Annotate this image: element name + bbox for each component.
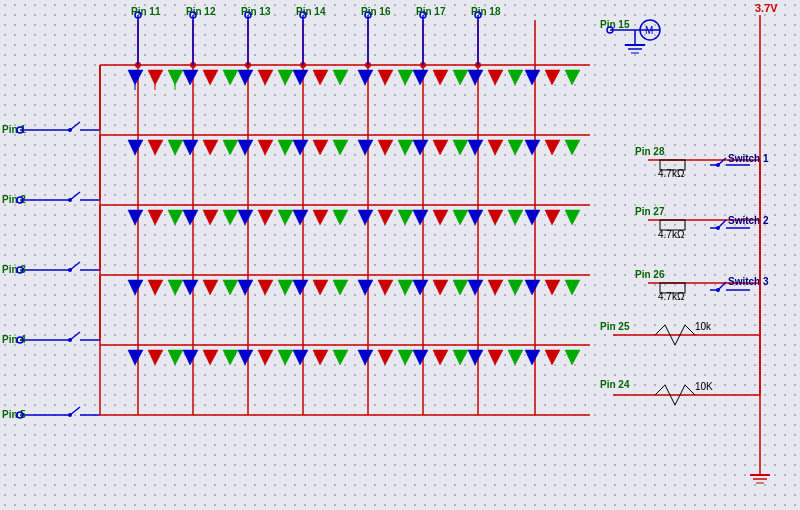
pin26-label: Pin 26 <box>635 269 665 280</box>
svg-marker-78 <box>358 140 373 155</box>
pin24-label: Pin 24 <box>600 379 630 390</box>
svg-marker-89 <box>565 140 580 155</box>
svg-marker-134 <box>508 280 523 295</box>
resistor5-label: 10K <box>695 381 713 392</box>
svg-marker-125 <box>333 280 348 295</box>
svg-marker-99 <box>293 210 308 225</box>
svg-marker-51 <box>293 70 308 85</box>
svg-marker-151 <box>378 350 393 365</box>
svg-marker-101 <box>333 210 348 225</box>
pin27-label: Pin 27 <box>635 206 665 217</box>
svg-marker-136 <box>545 280 560 295</box>
svg-marker-149 <box>333 350 348 365</box>
svg-marker-159 <box>525 350 540 365</box>
svg-marker-102 <box>358 210 373 225</box>
svg-marker-107 <box>453 210 468 225</box>
svg-marker-105 <box>413 210 428 225</box>
svg-marker-126 <box>358 280 373 295</box>
svg-marker-68 <box>168 140 183 155</box>
svg-marker-43 <box>168 70 183 85</box>
svg-marker-82 <box>433 140 448 155</box>
svg-marker-141 <box>183 350 198 365</box>
svg-marker-53 <box>333 70 348 85</box>
svg-marker-133 <box>488 280 503 295</box>
svg-marker-108 <box>468 210 483 225</box>
svg-marker-147 <box>293 350 308 365</box>
voltage-label: 3.7V <box>755 2 778 14</box>
svg-marker-70 <box>203 140 218 155</box>
svg-marker-95 <box>223 210 238 225</box>
svg-marker-73 <box>258 140 273 155</box>
svg-marker-83 <box>453 140 468 155</box>
svg-marker-94 <box>203 210 218 225</box>
svg-marker-96 <box>238 210 253 225</box>
svg-marker-138 <box>128 350 143 365</box>
svg-marker-56 <box>398 70 413 85</box>
svg-marker-45 <box>183 70 198 85</box>
svg-marker-153 <box>413 350 428 365</box>
svg-marker-155 <box>453 350 468 365</box>
svg-point-32 <box>68 338 72 342</box>
svg-marker-71 <box>223 140 238 155</box>
svg-marker-114 <box>128 280 143 295</box>
svg-marker-132 <box>468 280 483 295</box>
svg-marker-113 <box>565 210 580 225</box>
svg-marker-81 <box>413 140 428 155</box>
svg-marker-145 <box>258 350 273 365</box>
svg-marker-119 <box>223 280 238 295</box>
svg-marker-148 <box>313 350 328 365</box>
svg-marker-50 <box>278 70 293 85</box>
svg-marker-122 <box>278 280 293 295</box>
svg-marker-130 <box>433 280 448 295</box>
svg-marker-115 <box>148 280 163 295</box>
svg-marker-157 <box>488 350 503 365</box>
svg-marker-76 <box>313 140 328 155</box>
svg-marker-52 <box>313 70 328 85</box>
svg-marker-144 <box>238 350 253 365</box>
svg-line-194 <box>655 385 665 395</box>
svg-marker-142 <box>203 350 218 365</box>
svg-marker-74 <box>278 140 293 155</box>
svg-marker-150 <box>358 350 373 365</box>
svg-point-181 <box>716 226 720 230</box>
svg-marker-90 <box>128 210 143 225</box>
switch2-label: Switch 2 <box>728 215 769 226</box>
svg-marker-146 <box>278 350 293 365</box>
svg-point-187 <box>716 288 720 292</box>
svg-marker-106 <box>433 210 448 225</box>
svg-marker-67 <box>148 140 163 155</box>
svg-marker-112 <box>545 210 560 225</box>
svg-marker-61 <box>488 70 503 85</box>
svg-marker-85 <box>488 140 503 155</box>
svg-marker-154 <box>433 350 448 365</box>
svg-marker-128 <box>398 280 413 295</box>
svg-marker-54 <box>358 70 373 85</box>
resistor1-label: 4.7kΩ <box>658 168 685 179</box>
svg-marker-57 <box>413 70 428 85</box>
resistor3-label: 4.7kΩ <box>658 291 685 302</box>
svg-marker-121 <box>258 280 273 295</box>
svg-marker-87 <box>525 140 540 155</box>
svg-marker-103 <box>378 210 393 225</box>
svg-marker-91 <box>148 210 163 225</box>
svg-marker-100 <box>313 210 328 225</box>
svg-marker-110 <box>508 210 523 225</box>
svg-marker-97 <box>258 210 273 225</box>
switch1-label: Switch 1 <box>728 153 769 164</box>
svg-marker-111 <box>525 210 540 225</box>
svg-marker-69 <box>183 140 198 155</box>
svg-marker-63 <box>525 70 540 85</box>
svg-marker-58 <box>433 70 448 85</box>
svg-marker-55 <box>378 70 393 85</box>
svg-marker-158 <box>508 350 523 365</box>
svg-marker-92 <box>168 210 183 225</box>
svg-marker-129 <box>413 280 428 295</box>
svg-marker-75 <box>293 140 308 155</box>
svg-marker-79 <box>378 140 393 155</box>
pin15-label: Pin 15 <box>600 19 630 30</box>
svg-marker-160 <box>545 350 560 365</box>
svg-marker-117 <box>183 280 198 295</box>
svg-marker-123 <box>293 280 308 295</box>
svg-marker-116 <box>168 280 183 295</box>
svg-marker-152 <box>398 350 413 365</box>
